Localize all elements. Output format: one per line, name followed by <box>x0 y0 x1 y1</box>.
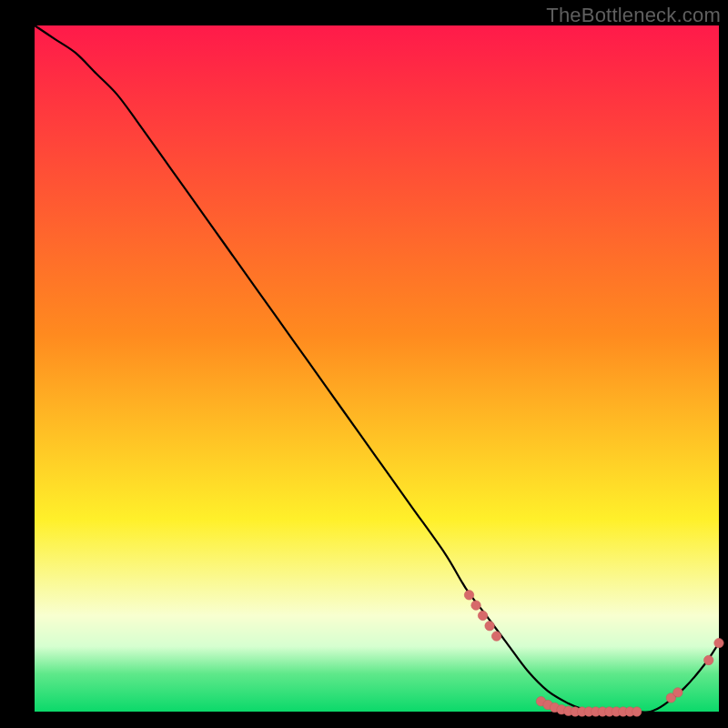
curve-marker <box>491 632 500 641</box>
curve-marker <box>471 601 480 610</box>
curve-marker <box>464 591 473 600</box>
watermark-text: TheBottleneck.com <box>546 4 721 27</box>
curve-marker <box>632 707 642 716</box>
bottleneck-chart <box>0 0 728 728</box>
curve-marker <box>673 688 682 697</box>
curve-marker <box>714 638 723 647</box>
curve-marker <box>478 611 487 620</box>
curve-marker <box>704 655 713 664</box>
plot-background <box>35 25 719 712</box>
chart-frame: TheBottleneck.com <box>0 0 728 728</box>
curve-marker <box>485 622 494 631</box>
